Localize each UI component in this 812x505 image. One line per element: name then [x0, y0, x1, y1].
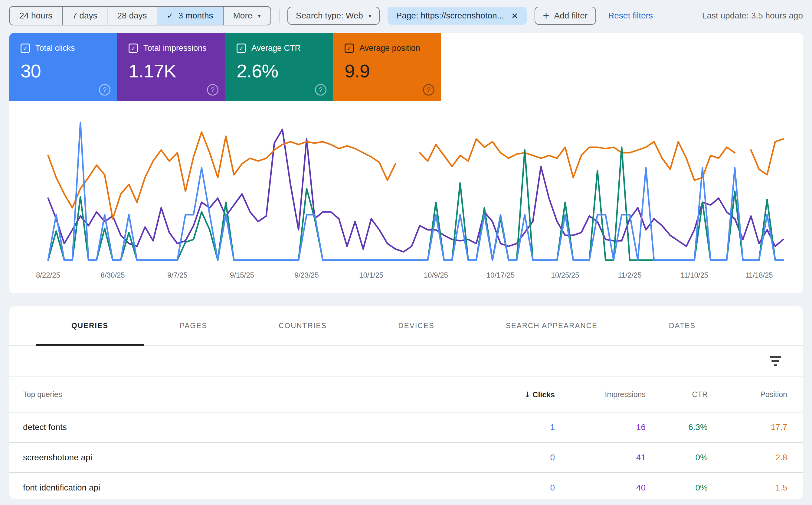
table-body: detect fonts1166.3%17.7screenshotone api… [9, 412, 803, 499]
table-row[interactable]: font identification api0400%1.5 [9, 473, 803, 499]
series-line-ctr [48, 147, 783, 260]
series-line-position [420, 139, 734, 180]
reset-filters-link[interactable]: Reset filters [608, 11, 653, 21]
column-header-top-queries[interactable]: Top queries [23, 390, 494, 399]
metric-card-label: Total clicks [35, 43, 75, 53]
checkbox-checked-icon[interactable]: ✓ [129, 43, 138, 53]
help-icon[interactable]: ? [207, 84, 219, 96]
impressions-cell: 41 [555, 453, 646, 462]
metric-cards: ✓Total clicks30?✓Total impressions1.17K?… [9, 33, 803, 101]
metric-card-value: 1.17K [129, 60, 225, 81]
plus-icon: + [543, 13, 549, 19]
search-type-label: Search type: Web [296, 11, 363, 21]
date-range-label: 3 months [178, 11, 213, 21]
x-axis-tick-label: 11/2/25 [618, 271, 641, 279]
date-range-3-months[interactable]: ✓3 months [157, 7, 224, 25]
x-axis-tick-label: 9/23/25 [294, 271, 318, 279]
query-cell: font identification api [23, 483, 494, 493]
metric-card-average-position[interactable]: ✓Average position9.9? [333, 33, 441, 101]
sort-desc-icon: ↓ [524, 390, 531, 399]
series-line-clicks [48, 123, 783, 260]
table-row[interactable]: detect fonts1166.3%17.7 [9, 412, 803, 443]
x-axis-tick-label: 8/30/25 [101, 271, 125, 279]
metric-card-total-clicks[interactable]: ✓Total clicks30? [9, 33, 117, 101]
date-range-label: 24 hours [19, 11, 52, 21]
date-range-24-hours[interactable]: 24 hours [10, 7, 62, 25]
tab-label: COUNTRIES [279, 321, 327, 330]
dimensions-table-panel: QUERIESPAGESCOUNTRIESDEVICESSEARCH APPEA… [9, 306, 803, 499]
metric-card-total-impressions[interactable]: ✓Total impressions1.17K? [117, 33, 225, 101]
checkbox-checked-icon[interactable]: ✓ [21, 43, 30, 53]
tab-search-appearance[interactable]: SEARCH APPEARANCE [470, 306, 633, 345]
column-header-impressions[interactable]: Impressions [555, 390, 646, 399]
column-header-position[interactable]: Position [708, 390, 787, 399]
close-icon[interactable]: ✕ [511, 11, 518, 21]
date-range-group: 24 hours7 days28 days✓3 months More ▾ [9, 6, 271, 25]
x-axis-tick-label: 9/7/25 [167, 271, 187, 279]
tab-countries[interactable]: COUNTRIES [243, 306, 363, 345]
metric-card-average-ctr[interactable]: ✓Average CTR2.6%? [225, 33, 333, 101]
metric-card-label: Average CTR [251, 43, 301, 53]
series-line-impressions [48, 130, 783, 252]
position-cell: 17.7 [708, 423, 787, 432]
tab-queries[interactable]: QUERIES [36, 306, 144, 345]
tab-pages[interactable]: PAGES [144, 306, 243, 345]
date-range-28-days[interactable]: 28 days [107, 7, 157, 25]
x-axis-tick-label: 10/1/25 [359, 271, 383, 279]
add-filter-label: Add filter [554, 11, 588, 21]
more-label: More [233, 11, 253, 21]
series-line-position [751, 139, 783, 175]
x-axis-tick-label: 10/17/25 [487, 271, 515, 279]
x-axis-tick-label: 10/25/25 [551, 271, 579, 279]
add-filter-button[interactable]: + Add filter [535, 7, 596, 25]
clicks-cell: 0 [494, 483, 555, 493]
query-cell: screenshotone api [23, 453, 494, 462]
tab-label: DEVICES [398, 321, 434, 330]
page-filter-label: Page: https://screenshoton... [396, 11, 504, 21]
toolbar-divider [279, 9, 280, 23]
table-row[interactable]: screenshotone api0410%2.8 [9, 443, 803, 473]
impressions-cell: 40 [555, 483, 646, 493]
dimension-tabs: QUERIESPAGESCOUNTRIESDEVICESSEARCH APPEA… [9, 306, 803, 346]
x-axis-tick-label: 9/15/25 [230, 271, 254, 279]
position-cell: 1.5 [708, 483, 787, 493]
ctr-cell: 0% [646, 483, 708, 493]
table-filter-row [9, 346, 803, 377]
clicks-header-label: Clicks [532, 390, 555, 399]
tab-label: SEARCH APPEARANCE [506, 321, 597, 330]
check-icon: ✓ [167, 11, 174, 20]
tab-devices[interactable]: DEVICES [363, 306, 470, 345]
ctr-cell: 6.3% [646, 423, 708, 432]
page-filter-chip[interactable]: Page: https://screenshoton... ✕ [388, 7, 526, 25]
impressions-cell: 16 [555, 423, 646, 432]
tab-label: DATES [669, 321, 695, 330]
clicks-cell: 0 [494, 453, 555, 462]
column-header-clicks[interactable]: ↓Clicks [494, 390, 555, 399]
help-icon[interactable]: ? [315, 84, 326, 96]
more-button[interactable]: More ▾ [224, 7, 270, 25]
ctr-cell: 0% [646, 453, 708, 462]
x-axis-tick-label: 11/18/25 [745, 271, 773, 279]
query-cell: detect fonts [23, 423, 494, 432]
help-icon[interactable]: ? [423, 84, 434, 96]
checkbox-checked-icon[interactable]: ✓ [345, 43, 354, 53]
search-type-chip[interactable]: Search type: Web ▾ [287, 7, 380, 25]
performance-line-chart: 8/22/258/30/259/7/259/15/259/23/2510/1/2… [9, 102, 803, 293]
tab-dates[interactable]: DATES [633, 306, 731, 345]
caret-down-icon: ▾ [258, 12, 261, 19]
column-header-ctr[interactable]: CTR [646, 390, 708, 399]
help-icon[interactable]: ? [99, 84, 110, 96]
metric-card-value: 9.9 [345, 60, 441, 81]
x-axis-tick-label: 11/10/25 [680, 271, 708, 279]
date-range-7-days[interactable]: 7 days [62, 7, 108, 25]
performance-chart-panel: ✓Total clicks30?✓Total impressions1.17K?… [9, 33, 803, 293]
filter-list-icon[interactable] [768, 354, 783, 368]
caret-down-icon: ▾ [369, 12, 372, 19]
metric-card-value: 2.6% [237, 60, 333, 81]
tab-label: QUERIES [72, 321, 108, 330]
last-update-text: Last update: 3.5 hours ago [702, 11, 803, 21]
position-cell: 2.8 [708, 453, 787, 462]
checkbox-checked-icon[interactable]: ✓ [237, 43, 246, 53]
table-header-row: Top queries ↓Clicks Impressions CTR Posi… [9, 377, 803, 412]
metric-card-label: Average position [360, 43, 420, 53]
